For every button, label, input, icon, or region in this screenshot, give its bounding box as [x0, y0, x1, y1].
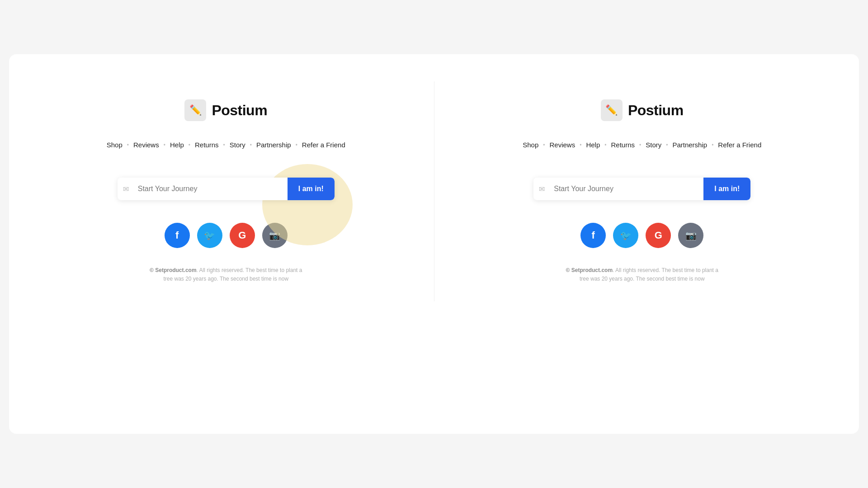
- panel-left: ✏️ Postium Shop • Reviews • Help • Retur…: [18, 81, 434, 301]
- nav-story-right[interactable]: Story: [643, 139, 664, 150]
- footer-left: © Setproduct.com. All rights reserved. T…: [149, 266, 303, 283]
- nav-shop-left[interactable]: Shop: [104, 139, 125, 150]
- facebook-button-right[interactable]: f: [580, 223, 606, 248]
- email-input-left[interactable]: [134, 178, 288, 200]
- input-section-left: ✉ I am in!: [118, 178, 335, 200]
- twitter-icon-right: 🐦: [620, 230, 632, 241]
- google-icon-left: G: [238, 230, 246, 241]
- decorative-blob-left: [262, 164, 353, 245]
- logo-icon-left: ✏️: [184, 99, 206, 121]
- nav-right: Shop • Reviews • Help • Returns • Story …: [520, 139, 764, 150]
- nav-reviews-right[interactable]: Reviews: [547, 139, 578, 150]
- logo-text-left: Postium: [212, 102, 267, 119]
- nav-partnership-left[interactable]: Partnership: [254, 139, 294, 150]
- email-icon-left: ✉: [118, 185, 134, 193]
- twitter-button-left[interactable]: 🐦: [197, 223, 222, 248]
- nav-help-right[interactable]: Help: [583, 139, 603, 150]
- google-icon-right: G: [655, 230, 662, 241]
- instagram-button-right[interactable]: 📷: [678, 223, 703, 248]
- nav-refer-left[interactable]: Refer a Friend: [299, 139, 348, 150]
- facebook-button-left[interactable]: f: [165, 223, 190, 248]
- nav-story-left[interactable]: Story: [227, 139, 248, 150]
- logo-area-left: ✏️ Postium: [184, 99, 267, 121]
- nav-reviews-left[interactable]: Reviews: [131, 139, 162, 150]
- footer-right: © Setproduct.com. All rights reserved. T…: [565, 266, 719, 283]
- footer-brand-right: © Setproduct.com: [566, 267, 613, 273]
- email-icon-right: ✉: [533, 185, 550, 193]
- input-box-left: ✉ I am in!: [118, 178, 335, 200]
- email-input-right[interactable]: [550, 178, 703, 200]
- nav-left: Shop • Reviews • Help • Returns • Story …: [104, 139, 348, 150]
- social-row-right: f 🐦 G 📷: [580, 223, 703, 248]
- nav-returns-left[interactable]: Returns: [192, 139, 222, 150]
- nav-partnership-right[interactable]: Partnership: [670, 139, 710, 150]
- logo-text-right: Postium: [628, 102, 684, 119]
- footer-brand-left: © Setproduct.com: [150, 267, 197, 273]
- nav-shop-right[interactable]: Shop: [520, 139, 541, 150]
- logo-area-right: ✏️ Postium: [601, 99, 684, 121]
- google-button-left[interactable]: G: [230, 223, 255, 248]
- outer-card: ✏️ Postium Shop • Reviews • Help • Retur…: [9, 54, 859, 434]
- nav-returns-right[interactable]: Returns: [608, 139, 637, 150]
- panel-right: ✏️ Postium Shop • Reviews • Help • Retur…: [434, 81, 850, 301]
- nav-refer-right[interactable]: Refer a Friend: [715, 139, 764, 150]
- cta-button-left[interactable]: I am in!: [288, 178, 335, 200]
- input-section-right: ✉ I am in!: [533, 178, 750, 200]
- instagram-icon-right: 📷: [685, 230, 697, 241]
- facebook-icon-left: f: [175, 230, 179, 241]
- twitter-icon-left: 🐦: [204, 230, 215, 241]
- twitter-button-right[interactable]: 🐦: [613, 223, 638, 248]
- input-box-right: ✉ I am in!: [533, 178, 750, 200]
- nav-help-left[interactable]: Help: [167, 139, 187, 150]
- cta-button-right[interactable]: I am in!: [703, 178, 750, 200]
- logo-icon-right: ✏️: [601, 99, 623, 121]
- google-button-right[interactable]: G: [646, 223, 671, 248]
- facebook-icon-right: f: [592, 230, 595, 241]
